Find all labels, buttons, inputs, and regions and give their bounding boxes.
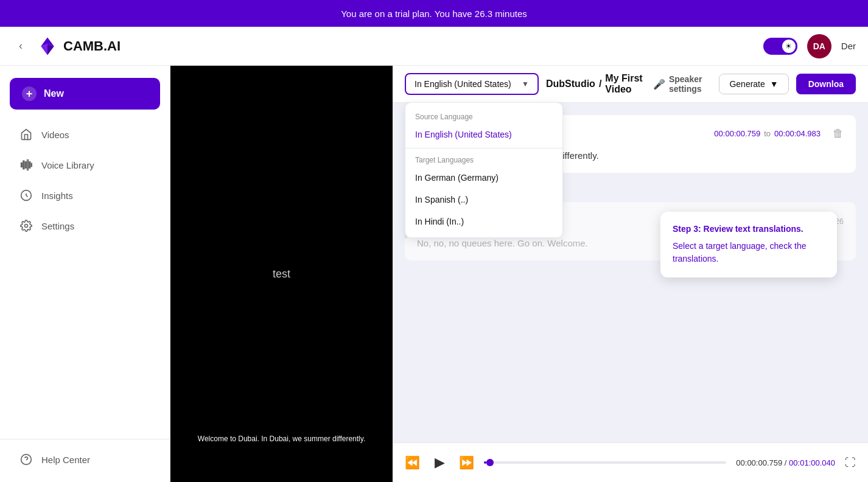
time-range-1: 00:00:00.759 to 00:00:04.983 <box>714 129 821 138</box>
svg-rect-5 <box>31 164 32 167</box>
sidebar-item-voice-library[interactable]: Voice Library <box>5 151 165 179</box>
speaker-settings-label: Speaker settings <box>669 74 712 94</box>
time-to-1: to <box>764 129 771 138</box>
sidebar-item-help-center[interactable]: Help Center <box>5 445 165 473</box>
avatar-initials: DA <box>813 41 825 51</box>
logo: CAMB.AI <box>37 35 121 57</box>
avatar[interactable]: DA <box>807 34 831 58</box>
breadcrumb-separator: / <box>599 79 601 89</box>
sidebar-item-videos[interactable]: Videos <box>5 120 165 148</box>
target-language-option-spanish[interactable]: In Spanish (..) <box>405 189 562 211</box>
current-time: 00:00:00.759 <box>736 458 782 467</box>
plus-icon: + <box>22 86 37 101</box>
sun-icon: ☀ <box>785 42 792 51</box>
time-display: 00:00:00.759 / 00:01:00.040 <box>736 458 835 467</box>
svg-rect-4 <box>29 162 30 168</box>
svg-rect-2 <box>25 162 26 168</box>
breadcrumb: DubStudio / My First Video 🎤 Speaker set… <box>546 73 712 95</box>
svg-rect-3 <box>27 160 29 170</box>
waveform-icon <box>19 158 33 172</box>
help-icon <box>19 453 33 466</box>
sidebar-settings-label: Settings <box>41 221 74 231</box>
chevron-down-icon: ▼ <box>522 80 529 88</box>
header: ‹ CAMB.AI ☀ DA Der <box>0 27 868 66</box>
source-language-option[interactable]: In English (United States) <box>405 124 562 145</box>
delete-segment-1-icon[interactable]: 🗑 <box>833 127 844 140</box>
player-bar: ⏪ ▶ ⏩ 00:00:00.759 / 00:01:00.040 ⛶ <box>393 442 868 482</box>
theme-toggle-knob: ☀ <box>782 40 796 53</box>
logo-icon <box>37 35 58 57</box>
sidebar-help-label: Help Center <box>41 455 90 465</box>
language-selector[interactable]: In English (United States) ▼ <box>405 73 539 95</box>
generate-label: Generate <box>729 79 765 89</box>
player-controls: ⏪ ▶ ⏩ <box>405 450 474 475</box>
trial-banner: You are on a trial plan. You have 26.3 m… <box>0 0 868 27</box>
time-start-1: 00:00:00.759 <box>714 129 760 138</box>
time-end-1: 00:00:04.983 <box>774 129 821 138</box>
fast-forward-button[interactable]: ⏩ <box>459 455 474 470</box>
home-icon <box>19 128 33 141</box>
dropdown-divider <box>405 148 562 148</box>
breadcrumb-video: My First Video <box>605 73 647 95</box>
microphone-icon: 🎤 <box>653 79 665 90</box>
target-language-option-hindi[interactable]: In Hindi (In..) <box>405 211 562 232</box>
svg-rect-0 <box>21 163 23 167</box>
sidebar-voice-library-label: Voice Library <box>41 160 94 170</box>
new-button[interactable]: + New <box>10 78 160 110</box>
main-content: In English (United States) ▼ DubStudio /… <box>393 66 868 482</box>
toolbar: In English (United States) ▼ DubStudio /… <box>393 66 868 103</box>
video-panel: test Welcome to Dubai. In Dubai, we summ… <box>170 66 393 482</box>
time-separator: / <box>785 458 787 467</box>
breadcrumb-studio: DubStudio <box>546 79 595 89</box>
language-dropdown: Source Language In English (United State… <box>405 102 563 238</box>
rewind-button[interactable]: ⏪ <box>405 455 420 470</box>
total-time: 00:01:00.040 <box>789 458 835 467</box>
theme-toggle[interactable]: ☀ <box>763 38 797 55</box>
header-left: ‹ CAMB.AI <box>12 35 121 57</box>
download-label: Downloa <box>808 79 844 89</box>
logo-text: CAMB.AI <box>63 38 121 54</box>
user-name: Der <box>841 41 856 51</box>
generate-button[interactable]: Generate ▼ <box>719 74 788 94</box>
target-language-option-german[interactable]: In German (Germany) <box>405 167 562 189</box>
download-button[interactable]: Downloa <box>796 74 856 94</box>
play-button[interactable]: ▶ <box>427 450 452 475</box>
settings-icon <box>19 219 33 232</box>
source-language-section-label: Source Language <box>405 108 562 124</box>
sidebar-bottom: Help Center <box>0 439 170 475</box>
tooltip-box: Step 3: Review text translations. Select… <box>660 212 837 278</box>
tooltip-step: Step 3: Review text translations. <box>673 224 825 234</box>
target-languages-section-label: Target Languages <box>405 151 562 167</box>
progress-bar[interactable] <box>484 461 726 464</box>
fullscreen-button[interactable]: ⛶ <box>845 456 856 469</box>
svg-rect-1 <box>23 161 24 169</box>
video-label: test <box>273 268 290 281</box>
language-selector-text: In English (United States) <box>415 79 511 89</box>
app-body: + New Videos Voice Library Insights <box>0 66 868 482</box>
tooltip-description: Select a target language, check the tran… <box>673 240 825 265</box>
video-subtitle: Welcome to Dubai. In Dubai, we summer di… <box>170 432 393 445</box>
sidebar-videos-label: Videos <box>41 130 69 140</box>
progress-thumb <box>486 459 494 466</box>
sidebar-item-insights[interactable]: Insights <box>5 181 165 209</box>
new-label: New <box>44 88 64 99</box>
sidebar-insights-label: Insights <box>41 190 73 201</box>
sidebar-item-settings[interactable]: Settings <box>5 212 165 240</box>
svg-point-7 <box>25 225 28 228</box>
banner-text: You are on a trial plan. You have 26.3 m… <box>341 9 527 19</box>
insights-icon <box>19 189 33 202</box>
video-frame: test Welcome to Dubai. In Dubai, we summ… <box>170 66 393 482</box>
generate-chevron-icon: ▼ <box>770 79 779 89</box>
speaker-settings-button[interactable]: Speaker settings <box>669 74 712 94</box>
sidebar: + New Videos Voice Library Insights <box>0 66 170 482</box>
header-right: ☀ DA Der <box>763 34 856 58</box>
collapse-sidebar-button[interactable]: ‹ <box>12 38 29 55</box>
